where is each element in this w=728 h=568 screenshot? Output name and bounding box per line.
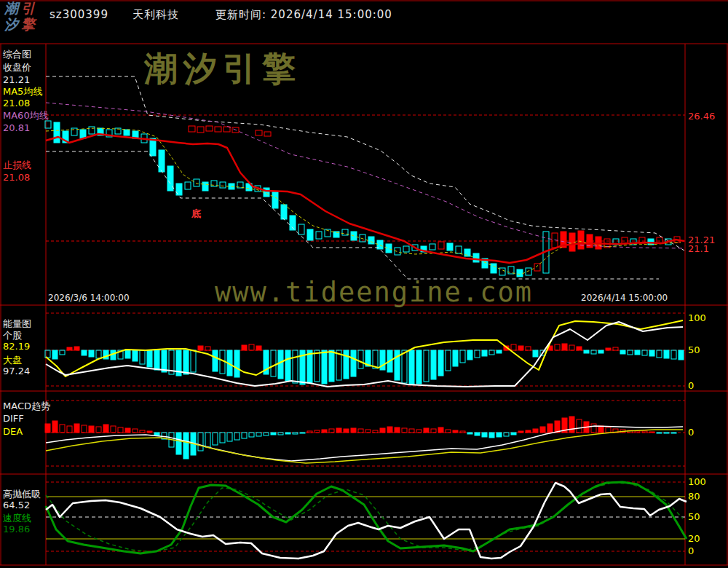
speed-dashed-line — [46, 483, 683, 552]
watermark-url: www.tideengine.com — [215, 277, 533, 308]
legend-gpdx: 64.52 — [3, 500, 30, 510]
legend-gpdx: 19.86 — [3, 524, 30, 535]
axis-tick-gpdx: 80 — [688, 491, 700, 502]
legend-main: MA5均线 — [3, 85, 42, 98]
legend-main: 综合图 — [3, 48, 31, 61]
legend-energy: 82.19 — [3, 341, 30, 352]
legend-energy: 97.24 — [3, 366, 30, 376]
axis-tick-energy: 100 — [688, 312, 706, 323]
legend-main: 止损线 — [3, 159, 31, 172]
axis-tick-macd: 0 — [688, 427, 694, 438]
gpdx-line — [46, 483, 687, 559]
app-window: 潮 引 汐 擎 sz300399 天利科技 更新时间: 2026/4/14 15… — [0, 0, 728, 568]
legend-macd: DIFF — [3, 413, 24, 424]
legend-main: 21.08 — [3, 172, 30, 183]
legend-main: 20.81 — [3, 122, 30, 133]
stop-loss-line — [46, 134, 684, 263]
axis-tick-energy: 50 — [688, 344, 700, 355]
lower-band-line — [46, 151, 659, 279]
legend-macd: DEA — [3, 426, 23, 437]
axis-tick-main: 26.46 — [688, 111, 715, 122]
axis-tick-gpdx: 50 — [688, 511, 700, 522]
speed-line — [46, 482, 687, 553]
legend-main: 收盘价 — [3, 61, 31, 74]
axis-tick-main: 21.1 — [688, 243, 709, 254]
ma5-line — [46, 128, 681, 275]
legend-main: 21.21 — [3, 74, 30, 85]
watermark-logo-text: 潮汐引擎 — [144, 47, 301, 92]
bottom-annotation: 底 — [191, 208, 201, 221]
axis-tick-gpdx: 100 — [688, 476, 706, 487]
legend-macd: MACD趋势 — [3, 400, 50, 413]
axis-tick-gpdx: 20 — [688, 533, 700, 544]
legend-main: MA60均线 — [3, 109, 49, 122]
axis-tick-energy: 0 — [688, 380, 694, 391]
upper-band-line — [46, 76, 684, 251]
axis-date-start: 2026/3/6 14:00:00 — [48, 293, 130, 303]
legend-main: 21.08 — [3, 98, 30, 109]
market-energy-line — [46, 322, 683, 387]
axis-tick-gpdx: 0 — [688, 545, 694, 556]
axis-date-end: 2026/4/14 15:00:00 — [581, 293, 668, 303]
ma60-line — [46, 103, 684, 248]
